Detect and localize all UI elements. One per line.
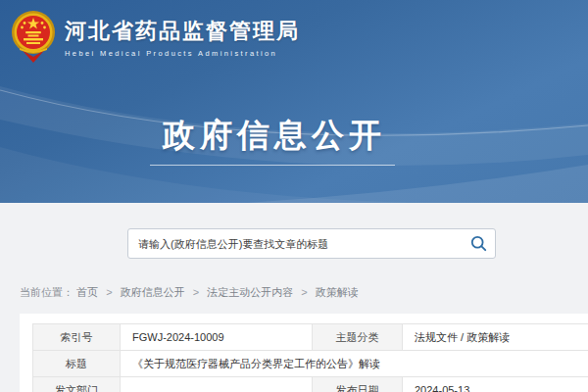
breadcrumb-separator: > xyxy=(193,286,199,298)
breadcrumb-prefix: 当前位置： xyxy=(20,286,74,298)
issuing-department-label: 发文部门 xyxy=(33,377,121,392)
title-value: 《关于规范医疗器械产品分类界定工作的公告》解读 xyxy=(121,351,588,377)
publish-date-value: 2024-05-13 xyxy=(403,377,588,392)
search-input[interactable] xyxy=(128,229,462,258)
title-label: 标题 xyxy=(33,351,121,377)
index-number-label: 索引号 xyxy=(33,324,121,351)
breadcrumb-item-policy-interpretation[interactable]: 政策解读 xyxy=(316,286,359,298)
breadcrumb-item-info-disclosure[interactable]: 政府信息公开 xyxy=(121,286,185,298)
page-title: 政府信息公开 xyxy=(0,114,549,158)
table-row: 标题 《关于规范医疗器械产品分类界定工作的公告》解读 xyxy=(33,351,588,377)
breadcrumb: 当前位置： 首页 > 政府信息公开 > 法定主动公开内容 > 政策解读 xyxy=(20,285,359,300)
org-name-block: 河北省药品监督管理局 Hebei Medical Products Admini… xyxy=(65,13,300,58)
table-row: 发文部门 发布日期 2024-05-13 xyxy=(33,377,588,392)
issuing-department-value xyxy=(121,377,313,392)
search-button[interactable] xyxy=(462,229,495,258)
document-info-card: 索引号 FGWJ-2024-10009 主题分类 法规文件 / 政策解读 标题 … xyxy=(20,314,588,392)
breadcrumb-item-statutory-disclosure[interactable]: 法定主动公开内容 xyxy=(207,286,293,298)
hero-banner: 河北省药品监督管理局 Hebei Medical Products Admini… xyxy=(0,0,588,203)
publish-date-label: 发布日期 xyxy=(313,377,403,392)
breadcrumb-separator: > xyxy=(301,286,307,298)
title-underline xyxy=(150,165,395,166)
search-bar xyxy=(127,228,496,259)
subject-category-value: 法规文件 / 政策解读 xyxy=(403,324,588,351)
breadcrumb-item-home[interactable]: 首页 xyxy=(76,286,98,298)
org-name-en: Hebei Medical Products Administration xyxy=(65,49,300,58)
index-number-value: FGWJ-2024-10009 xyxy=(121,324,313,351)
org-name-cn: 河北省药品监督管理局 xyxy=(65,17,300,46)
subject-category-label: 主题分类 xyxy=(313,324,403,351)
search-icon xyxy=(470,235,487,252)
site-logo[interactable]: 河北省药品监督管理局 Hebei Medical Products Admini… xyxy=(10,8,300,63)
table-row: 索引号 FGWJ-2024-10009 主题分类 法规文件 / 政策解读 xyxy=(33,324,588,351)
national-emblem-icon xyxy=(10,8,57,63)
breadcrumb-separator: > xyxy=(106,286,112,298)
document-info-table: 索引号 FGWJ-2024-10009 主题分类 法规文件 / 政策解读 标题 … xyxy=(32,323,588,392)
